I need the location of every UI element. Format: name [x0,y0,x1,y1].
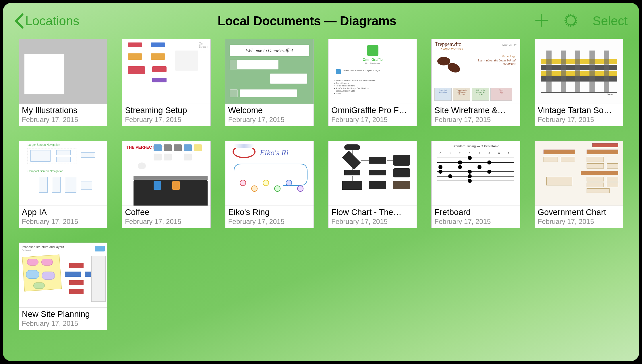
document-date: February 17, 2015 [228,116,311,124]
document-card[interactable]: OuStream Streaming Setup February 17, 20… [122,39,210,126]
toolbar: Locations Local Documents — Diagrams [3,3,639,39]
document-thumbnail: Treppenwitz Coffee Roasters About Us Pr … [432,39,520,104]
toolbar-actions: Select [535,12,628,30]
document-grid-container[interactable]: My Illustrations February 17, 2015 OuStr… [3,39,639,361]
document-thumbnail: Larger Screen Navigation Compact Screen … [19,141,107,206]
thumb-title: THE PERFECT LATTE [126,145,168,150]
document-date: February 17, 2015 [331,116,414,124]
document-thumbnail: Welcome to OmniGraffle! [225,39,314,104]
document-date: February 17, 2015 [331,218,414,226]
document-card[interactable]: OmniGraffle Pro Features Access the Canv… [328,39,417,126]
document-thumbnail: Proposed structure and layout Revision 4 [19,243,107,307]
document-date: February 17, 2015 [22,116,104,124]
thumb-title: Eiko's Ri [260,148,289,157]
document-name: Streaming Setup [125,106,207,115]
thumb-title: Standard Tuning — G Pentatonic [432,144,520,148]
document-date: February 17, 2015 [434,116,517,124]
document-card[interactable]: Standard Tuning — G Pentatonic 0 1 2 3 4… [431,141,520,228]
thumb-banner: Welcome to OmniGraffle! [230,45,309,56]
document-thumbnail [19,39,107,104]
chevron-left-icon [14,13,24,29]
document-date: February 17, 2015 [538,116,620,124]
document-meta: New Site Planning February 17, 2015 [19,307,107,330]
document-name: Vintage Tartan So… [538,106,620,115]
gear-icon [563,12,579,30]
document-thumbnail: Socks [535,39,623,104]
document-meta: Government Chart February 17, 2015 [535,206,623,228]
document-meta: Flow Chart - The… February 17, 2015 [328,206,417,228]
select-label: Select [593,14,628,28]
document-date: February 17, 2015 [228,218,311,226]
document-thumbnail: OmniGraffle Pro Features Access the Canv… [328,39,417,104]
select-button[interactable]: Select [593,14,628,28]
document-name: Welcome [228,106,311,115]
document-thumbnail: Standard Tuning — G Pentatonic 0 1 2 3 4… [432,141,520,206]
document-meta: Vintage Tartan So… February 17, 2015 [535,104,623,126]
document-date: February 17, 2015 [434,218,517,226]
document-card[interactable]: THE PERFECT LATTE Coffee [122,141,210,228]
thumb-lbl1: Larger Screen Navigation [28,143,60,146]
page-title: Local Documents — Diagrams [218,14,397,28]
document-card[interactable]: Proposed structure and layout Revision 4 [19,243,107,330]
document-card[interactable]: Welcome to OmniGraffle! Welcome February… [225,39,314,126]
document-card[interactable]: My Illustrations February 17, 2015 [19,39,107,126]
document-meta: Welcome February 17, 2015 [225,104,314,126]
document-name: Coffee [125,208,207,217]
document-meta: Eiko's Ring February 17, 2015 [225,206,314,228]
plus-icon [535,13,549,29]
document-name: OmniGraffle Pro F… [331,106,414,115]
document-meta: My Illustrations February 17, 2015 [19,104,107,126]
document-meta: Site Wireframe &… February 17, 2015 [432,104,520,126]
document-name: App IA [22,208,104,217]
title-container: Local Documents — Diagrams [82,14,532,28]
back-label: Locations [25,14,79,28]
document-card[interactable]: Treppenwitz Coffee Roasters About Us Pr … [431,39,520,126]
document-thumbnail: THE PERFECT LATTE [122,141,210,206]
document-card[interactable]: Larger Screen Navigation Compact Screen … [19,141,107,228]
document-thumbnail: OuStream [122,39,210,104]
document-thumbnail [328,141,417,206]
document-meta: Coffee February 17, 2015 [122,206,210,228]
thumb-title: Treppenwitz [435,41,461,47]
document-date: February 17, 2015 [22,320,104,328]
document-name: Eiko's Ring [228,208,311,217]
thumb-title: Proposed structure and layout [22,245,64,249]
document-meta: OmniGraffle Pro F… February 17, 2015 [328,104,417,126]
thumb-sub: Coffee Roasters [441,47,463,51]
document-name: Flow Chart - The… [331,208,414,217]
svg-point-0 [566,16,575,25]
document-thumbnail: Eiko's Ri [225,141,314,206]
thumb-sub: Pro Features [328,62,417,65]
thumb-title: OmniGraffle [328,58,417,62]
document-grid: My Illustrations February 17, 2015 OuStr… [19,39,623,330]
document-meta: App IA February 17, 2015 [19,206,107,228]
document-card[interactable]: Eiko's Ri Eiko's Ring February 17, 2015 [225,141,314,228]
document-name: Site Wireframe &… [434,106,517,115]
document-meta: Streaming Setup February 17, 2015 [122,104,210,126]
add-button[interactable] [535,13,549,29]
back-button[interactable]: Locations [14,13,79,29]
settings-button[interactable] [563,12,579,30]
document-date: February 17, 2015 [538,218,620,226]
document-date: February 17, 2015 [125,116,207,124]
document-name: Government Chart [538,208,620,217]
thumb-sub: Revision 4 [22,249,31,251]
document-name: Fretboard [434,208,517,217]
thumb-blog: On our blog: [502,55,516,58]
app-frame: Locations Local Documents — Diagrams [0,0,642,364]
document-meta: Fretboard February 17, 2015 [432,206,520,228]
document-thumbnail [535,141,623,206]
document-card[interactable]: Socks Vintage Tartan So… February 17, 20… [535,39,623,126]
document-name: New Site Planning [22,309,104,319]
document-card[interactable]: Government Chart February 17, 2015 [535,141,623,228]
thumb-lbl2: Compact Screen Navigation [28,170,63,173]
thumb-blog2: Learn about the beans behind the blends [475,59,516,65]
document-date: February 17, 2015 [125,218,207,226]
document-name: My Illustrations [22,106,104,115]
document-date: February 17, 2015 [22,218,104,226]
document-card[interactable]: Flow Chart - The… February 17, 2015 [328,141,417,228]
